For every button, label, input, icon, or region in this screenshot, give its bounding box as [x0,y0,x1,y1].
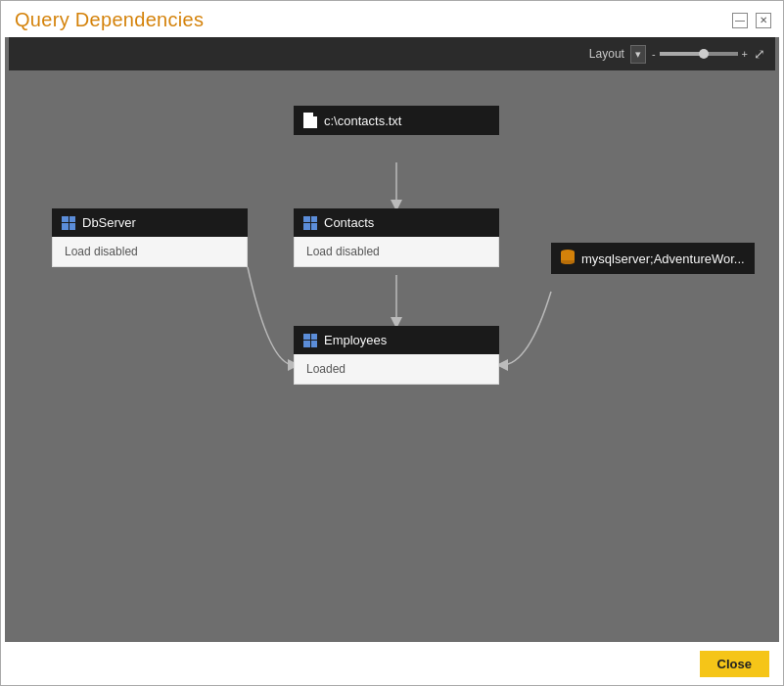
zoom-slider[interactable] [660,52,738,56]
node-employees-status: Loaded [306,362,346,376]
node-contacts-status: Load disabled [306,245,380,258]
node-contacts-file-header: c:\contacts.txt [294,106,499,135]
close-button[interactable]: Close [700,651,769,677]
node-employees: Employees Loaded [294,326,499,385]
window-title: Query Dependencies [15,9,204,31]
node-contacts-file: c:\contacts.txt [294,106,499,135]
node-dbserver-header: DbServer [52,208,248,237]
node-contacts: Contacts Load disabled [294,208,499,267]
node-contacts-body: Load disabled [294,237,499,267]
zoom-plus-label[interactable]: + [742,48,748,60]
canvas-area: c:\contacts.txt Contacts Load disabled D… [5,37,779,642]
zoom-minus-label[interactable]: - [652,48,656,60]
layout-dropdown-arrow: ▾ [635,48,641,61]
footer-bar: Close [1,642,783,685]
grid-icon-contacts [303,216,317,230]
node-dbserver-status: Load disabled [65,245,138,258]
main-window: Query Dependencies — ✕ [0,0,784,686]
node-mysql-label: mysqlserver;AdventureWor... [581,252,745,266]
node-dbserver-label: DbServer [82,215,136,230]
layout-dropdown[interactable]: ▾ [630,45,646,64]
title-controls: — ✕ [732,13,771,28]
zoom-bar: - + [652,48,748,60]
node-employees-label: Employees [324,333,387,347]
cylinder-icon [561,250,575,267]
fit-to-screen-icon[interactable]: ⤢ [754,46,765,62]
minimize-button[interactable]: — [732,13,748,28]
node-contacts-label: Contacts [324,215,374,230]
canvas-bottom-bar: Layout ▾ - + ⤢ [9,37,775,70]
title-bar: Query Dependencies — ✕ [1,1,783,37]
file-icon [303,113,317,128]
node-dbserver-body: Load disabled [52,237,248,267]
node-mysql-header: mysqlserver;AdventureWor... [551,243,755,274]
layout-label: Layout [589,47,624,61]
node-employees-header: Employees [294,326,499,354]
node-contacts-file-label: c:\contacts.txt [324,114,401,128]
node-contacts-header: Contacts [294,208,499,237]
node-mysql: mysqlserver;AdventureWor... [551,243,755,274]
grid-icon-dbserver [62,216,75,230]
grid-icon-employees [303,334,317,347]
close-window-button[interactable]: ✕ [756,13,771,28]
node-dbserver: DbServer Load disabled [52,208,248,267]
node-employees-body: Loaded [294,354,499,385]
